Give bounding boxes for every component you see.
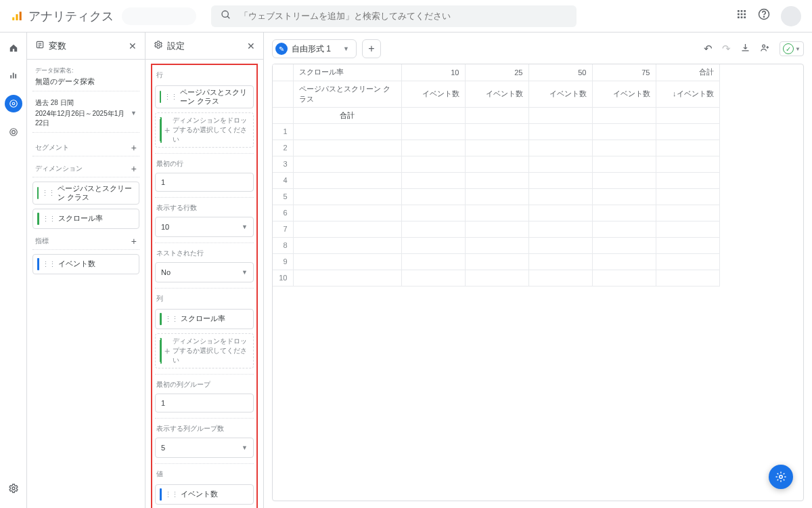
plus-icon: + bbox=[164, 345, 170, 356]
rows-chip[interactable]: ⋮⋮ ページパスとスクリーン クラス bbox=[155, 85, 254, 108]
help-icon[interactable] bbox=[758, 8, 770, 24]
add-metric-icon[interactable]: + bbox=[131, 236, 137, 247]
undo-icon[interactable]: ↶ bbox=[704, 43, 713, 55]
add-segment-icon[interactable]: + bbox=[131, 142, 137, 153]
svg-point-3 bbox=[222, 11, 228, 17]
pencil-icon: ✎ bbox=[275, 43, 288, 55]
nested-rows-label: ネストされた行 bbox=[155, 246, 254, 259]
search-container[interactable] bbox=[211, 5, 577, 27]
chevron-down-icon: ▼ bbox=[242, 269, 248, 276]
grip-icon: ⋮⋮ bbox=[164, 490, 178, 499]
row-header-label[interactable]: ページパスとスクリーン クラス bbox=[293, 81, 401, 107]
segments-label: セグメント bbox=[35, 143, 69, 152]
col-header-scroll[interactable]: スクロール率 bbox=[293, 64, 401, 81]
svg-point-15 bbox=[763, 16, 764, 17]
metric-header-sort[interactable]: ↓イベント数 bbox=[656, 81, 719, 107]
cols-label: 列 bbox=[155, 291, 254, 305]
cols-drop-zone[interactable]: + ディメンションをドロップするか選択してください bbox=[155, 333, 254, 368]
svg-rect-1 bbox=[16, 14, 18, 20]
reports-icon[interactable] bbox=[6, 68, 21, 83]
svg-rect-5 bbox=[738, 10, 740, 12]
table-row[interactable]: 10 bbox=[273, 270, 719, 286]
svg-point-28 bbox=[157, 43, 160, 46]
dimensions-header: ディメンション + bbox=[32, 161, 139, 177]
variables-panel: 変数 ✕ データ探索名: 無題のデータ探索 過去 28 日間 2024年12月2… bbox=[27, 33, 145, 508]
logo-text: アナリティクス bbox=[28, 8, 114, 24]
download-icon[interactable] bbox=[740, 43, 750, 55]
svg-rect-12 bbox=[741, 16, 743, 18]
settings-title: 設定 bbox=[167, 40, 243, 52]
admin-gear-icon[interactable] bbox=[6, 481, 21, 496]
home-icon[interactable] bbox=[6, 41, 21, 56]
show-rows-label: 表示する行数 bbox=[155, 200, 254, 214]
search-icon bbox=[221, 9, 231, 23]
table-row[interactable]: 9 bbox=[273, 253, 719, 270]
metric-chip-events[interactable]: ⋮⋮ イベント数 bbox=[32, 254, 139, 274]
grip-icon: ⋮⋮ bbox=[42, 260, 55, 269]
advertising-icon[interactable] bbox=[6, 125, 21, 140]
table-row[interactable]: 2 bbox=[273, 140, 719, 156]
start-col-input[interactable]: 1 bbox=[155, 394, 254, 412]
tab-freeform[interactable]: ✎ 自由形式 1 ▼ bbox=[272, 39, 357, 58]
svg-point-22 bbox=[12, 131, 15, 134]
add-tab-button[interactable]: + bbox=[362, 39, 381, 58]
metric-header[interactable]: イベント数 bbox=[528, 81, 592, 107]
avatar[interactable] bbox=[781, 6, 801, 26]
table-row[interactable]: 6 bbox=[273, 205, 719, 221]
share-icon[interactable] bbox=[760, 43, 770, 55]
svg-rect-8 bbox=[738, 14, 740, 16]
insights-fab[interactable] bbox=[769, 465, 793, 489]
table-row[interactable]: 8 bbox=[273, 237, 719, 253]
svg-rect-13 bbox=[744, 16, 746, 18]
sample-status[interactable]: ✓ ▼ bbox=[780, 41, 804, 56]
close-icon[interactable]: ✕ bbox=[247, 41, 255, 51]
variables-title: 変数 bbox=[49, 40, 125, 52]
rows-label: 行 bbox=[155, 68, 254, 81]
col-header-val[interactable]: 75 bbox=[592, 64, 656, 81]
metrics-header: 指標 + bbox=[32, 233, 139, 250]
dimension-chip-page-path[interactable]: ⋮⋮ ページパスとスクリーン クラス bbox=[32, 182, 139, 205]
rows-drop-zone[interactable]: + ディメンションをドロップするか選択してください bbox=[155, 112, 254, 148]
explore-table[interactable]: スクロール率 10 25 50 75 合計 ページパスとスクリーン クラス イベ… bbox=[272, 64, 804, 501]
grip-icon: ⋮⋮ bbox=[42, 215, 55, 224]
plus-icon: + bbox=[164, 125, 170, 135]
nested-rows-select[interactable]: No▼ bbox=[155, 262, 254, 282]
table-total-row: 合計 bbox=[273, 107, 719, 123]
col-header-val[interactable]: 25 bbox=[465, 64, 528, 81]
svg-point-19 bbox=[12, 102, 15, 105]
cols-chip[interactable]: ⋮⋮ スクロール率 bbox=[155, 309, 254, 329]
table-row[interactable]: 7 bbox=[273, 221, 719, 237]
redo-icon[interactable]: ↷ bbox=[722, 43, 731, 55]
date-range-selector[interactable]: 過去 28 日間 2024年12月26日～2025年1月22日 ▼ bbox=[32, 98, 139, 133]
explore-icon[interactable] bbox=[5, 95, 22, 112]
table-row[interactable]: 5 bbox=[273, 188, 719, 205]
search-input[interactable] bbox=[240, 11, 567, 21]
show-rows-select[interactable]: 10▼ bbox=[155, 217, 254, 237]
close-icon[interactable]: ✕ bbox=[129, 41, 137, 51]
add-dimension-icon[interactable]: + bbox=[131, 163, 137, 174]
chevron-down-icon[interactable]: ▼ bbox=[335, 45, 353, 52]
apps-icon[interactable] bbox=[736, 9, 747, 23]
svg-rect-17 bbox=[12, 73, 14, 79]
segments-header: セグメント + bbox=[32, 140, 139, 156]
col-header-val[interactable]: 10 bbox=[401, 64, 465, 81]
chevron-down-icon: ▼ bbox=[242, 224, 248, 230]
svg-point-20 bbox=[9, 100, 17, 108]
dimension-chip-scroll[interactable]: ⋮⋮ スクロール率 bbox=[32, 209, 139, 229]
property-selector[interactable] bbox=[122, 7, 196, 25]
start-row-input[interactable]: 1 bbox=[155, 173, 254, 192]
values-chip[interactable]: ⋮⋮ イベント数 bbox=[155, 484, 254, 505]
table-row[interactable]: 4 bbox=[273, 172, 719, 188]
start-row-label: 最初の行 bbox=[155, 156, 254, 170]
show-cols-select[interactable]: 5▼ bbox=[155, 438, 254, 458]
table-row[interactable]: 1 bbox=[273, 123, 719, 140]
exploration-name[interactable]: 無題のデータ探索 bbox=[32, 77, 139, 91]
col-header-val[interactable]: 50 bbox=[528, 64, 592, 81]
table-row[interactable]: 3 bbox=[273, 156, 719, 172]
metric-header[interactable]: イベント数 bbox=[401, 81, 465, 107]
svg-rect-11 bbox=[738, 16, 740, 18]
metric-header[interactable]: イベント数 bbox=[465, 81, 528, 107]
metric-header[interactable]: イベント数 bbox=[592, 81, 656, 107]
col-header-val[interactable]: 合計 bbox=[656, 64, 719, 81]
date-range-value: 2024年12月26日～2025年1月22日 bbox=[35, 110, 125, 127]
